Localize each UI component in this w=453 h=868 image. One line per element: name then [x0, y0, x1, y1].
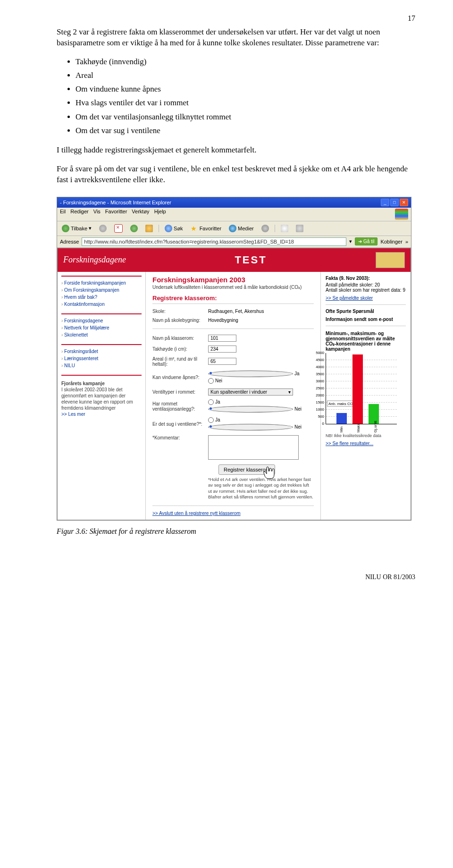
radio-icon	[208, 424, 293, 430]
finish-link[interactable]: >> Avslutt uten å registrere nytt klasse…	[152, 511, 314, 516]
form-heading: Registrere klasserom:	[152, 295, 314, 304]
site-logo: Forskningsdagene	[63, 255, 126, 265]
takhoyde-input[interactable]: 234	[208, 346, 236, 353]
kommentar-textarea[interactable]	[208, 435, 299, 460]
areal-input[interactable]: 65	[208, 358, 236, 365]
radio-label: Nei	[215, 378, 222, 383]
media-icon	[229, 225, 236, 232]
menu-view[interactable]: Vis	[93, 209, 101, 220]
nav-link[interactable]: Læringssenteret	[61, 355, 142, 362]
refresh-button[interactable]	[128, 224, 140, 233]
menu-tools[interactable]: Verktøy	[132, 209, 149, 220]
nav-link[interactable]: Hvem står bak?	[61, 294, 142, 301]
star-icon: ★	[191, 225, 198, 232]
url-field[interactable]: http://www.nilu.no/fdtest/index.cfm?fuse…	[82, 237, 346, 246]
address-bar: Adresse http://www.nilu.no/fdtest/index.…	[57, 236, 411, 248]
bygning-value: Hovedbygning	[208, 318, 314, 323]
x-labels: Min Maks Gj.snitt	[326, 425, 406, 430]
favorites-button[interactable]: ★Favoritter	[189, 224, 223, 233]
nav-link[interactable]: Forskningsrådet	[61, 348, 142, 355]
home-button[interactable]	[143, 224, 155, 233]
history-button[interactable]	[260, 224, 271, 233]
radio-icon	[208, 399, 214, 405]
nav-link[interactable]: Skolenettet	[61, 331, 142, 338]
ventiltyper-select[interactable]: Kun spalteventiler i vinduer▾	[208, 388, 293, 396]
refresh-icon	[130, 225, 138, 232]
radio-icon	[208, 417, 214, 423]
sidebar-left: Forside forskningskampanjen Om Forskning…	[58, 272, 146, 520]
menu-favorites[interactable]: Favoritter	[105, 209, 127, 220]
sug-nei[interactable]: Nei	[208, 424, 302, 430]
nav-link[interactable]: Kontaktinformasjon	[61, 301, 142, 308]
bullet-item: Om vinduene kunne åpnes	[76, 83, 415, 95]
menu-file[interactable]: Eil	[60, 209, 66, 220]
search-icon	[165, 225, 172, 232]
nav-link[interactable]: Nettverk for Miljølære	[61, 324, 142, 331]
home-icon	[145, 225, 153, 232]
minimize-button[interactable]: _	[381, 199, 389, 206]
skole-value: Rudhaugen, Fet, Akershus	[208, 309, 314, 314]
sug-label: Er det sug i ventilene?*:	[152, 421, 208, 427]
ytick: 1000	[313, 407, 324, 412]
areal-label: Areal (i m², rund av til heltall):	[152, 356, 208, 367]
page-number: 17	[408, 14, 415, 23]
forward-button[interactable]	[97, 224, 109, 233]
vinduer-nei[interactable]: Nei	[208, 378, 222, 384]
select-value: Kun spalteventiler i vinduer	[210, 389, 267, 395]
nav-link[interactable]: Forskningsdagene	[61, 317, 142, 324]
klasserom-input[interactable]: 101	[208, 335, 236, 342]
maximize-button[interactable]: □	[390, 199, 399, 206]
takhoyde-label: Takhøyde (i cm):	[152, 346, 208, 352]
bullet-list: Takhøyde (innvendig) Areal Om vinduene k…	[76, 55, 415, 137]
sug-ja[interactable]: Ja	[208, 417, 220, 423]
stats-heading: Minimum-, maksimum- og gjennomsnittsverd…	[326, 331, 406, 352]
nav-link[interactable]: Om Forskningskampanjen	[61, 287, 142, 294]
mail-button[interactable]	[279, 224, 290, 233]
bullet-item: Takhøyde (innvendig)	[76, 55, 415, 68]
nav-link[interactable]: Forside forskningskampanjen	[61, 279, 142, 287]
nb-text: NB! Ikke kvalitetssikrede data	[326, 433, 406, 438]
info-heading[interactable]: Informasjon sendt som e-post	[326, 317, 406, 322]
history-icon	[261, 225, 269, 232]
radio-label: Ja	[215, 399, 220, 405]
search-label: Søk	[174, 226, 183, 231]
back-button[interactable]: Tilbake ▾	[60, 224, 93, 233]
address-label: Adresse	[60, 239, 79, 244]
close-button[interactable]: ✕	[400, 199, 408, 206]
klasserom-label: Navn på klasserom:	[152, 336, 208, 341]
xlabel-min: Min	[339, 422, 344, 432]
radio-icon	[208, 406, 293, 413]
more-results-link[interactable]: >> Se flere resultater...	[326, 441, 406, 446]
bullet-item: Om det var sug i ventilene	[76, 124, 415, 137]
anlegg-ja[interactable]: Ja	[208, 399, 220, 405]
skole-label: Skole:	[152, 309, 208, 314]
radio-icon	[208, 378, 214, 384]
schools-link[interactable]: >> Se påmeldte skoler	[326, 295, 406, 301]
form-hint: *Hold et A4 ark over ventilen. Hvis arke…	[152, 475, 314, 502]
search-button[interactable]: Søk	[163, 224, 185, 233]
banner-image	[376, 252, 405, 268]
campaign-link[interactable]: >> Les mer	[61, 412, 85, 417]
paragraph-2: I tillegg hadde registreringsskjemaet et…	[57, 145, 415, 156]
bar-max	[352, 354, 363, 424]
menu-edit[interactable]: Rediger	[70, 209, 89, 220]
vinduer-ja[interactable]: Ja	[208, 371, 300, 377]
links-label[interactable]: Koblinger	[380, 239, 402, 244]
campaign-heading: Fjorårets kampanje	[61, 381, 105, 386]
faq-heading[interactable]: Ofte Spurte Spørsmål	[326, 309, 406, 314]
stop-button[interactable]	[112, 223, 125, 234]
nav-link[interactable]: NILU	[61, 362, 142, 369]
ytick: 500	[313, 414, 324, 419]
figure-caption: Figur 3.6: Skjemaet for å registrere kla…	[57, 527, 415, 536]
anlegg-nei[interactable]: Nei	[208, 406, 302, 413]
media-button[interactable]: Medier	[227, 224, 256, 233]
browser-screenshot: - Forskningsdagene - Microsoft Internet …	[57, 197, 411, 521]
ytick: 2500	[313, 386, 324, 390]
print-icon	[296, 225, 303, 232]
print-button[interactable]	[294, 224, 305, 233]
ventiltyper-label: Ventiltyper i rommet:	[152, 389, 208, 395]
site-banner: Forskningsdagene TEST	[58, 248, 411, 272]
go-button[interactable]: ➜ Gå til	[355, 237, 378, 245]
menu-help[interactable]: Hjelp	[154, 209, 166, 220]
windows-flag-icon	[395, 209, 408, 220]
